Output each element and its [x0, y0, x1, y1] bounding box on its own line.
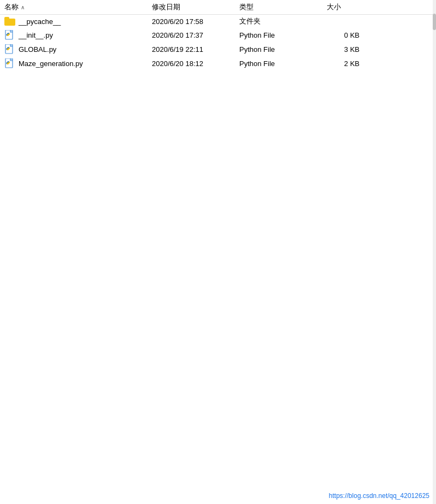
- svg-point-2: [9, 35, 9, 36]
- python-file-icon: [4, 44, 15, 55]
- file-explorer: 名称 ∧ 修改日期 类型 大小 __pycache__ 2020/6/20 17…: [0, 0, 436, 504]
- scrollbar-thumb[interactable]: [433, 14, 436, 30]
- python-file-icon: [4, 29, 15, 40]
- table-row[interactable]: __init__.py 2020/6/20 17:37 Python File …: [0, 28, 436, 42]
- svg-point-8: [9, 64, 9, 64]
- file-type: Python File: [239, 45, 327, 54]
- col-name-label: 名称: [4, 2, 19, 12]
- column-headers: 名称 ∧ 修改日期 类型 大小: [0, 0, 436, 15]
- file-type: Python File: [239, 31, 327, 39]
- file-size: 0 KB: [327, 31, 370, 39]
- file-date: 2020/6/20 18:12: [152, 60, 239, 68]
- col-name-header[interactable]: 名称 ∧: [4, 2, 152, 12]
- file-name-cell: __init__.py: [4, 29, 152, 40]
- file-name: __pycache__: [19, 17, 61, 26]
- file-size: 2 KB: [327, 60, 370, 68]
- file-type: 文件夹: [239, 16, 327, 26]
- svg-point-1: [8, 33, 8, 33]
- col-type-header[interactable]: 类型: [239, 2, 327, 12]
- file-type: Python File: [239, 60, 327, 68]
- file-name: GLOBAL.py: [19, 45, 56, 54]
- svg-point-7: [8, 61, 8, 62]
- file-name: __init__.py: [19, 31, 53, 39]
- sort-arrow-icon: ∧: [21, 4, 25, 10]
- file-date: 2020/6/20 17:37: [152, 31, 239, 39]
- file-name-cell: GLOBAL.py: [4, 44, 152, 55]
- scrollbar[interactable]: [433, 0, 436, 504]
- table-row[interactable]: GLOBAL.py 2020/6/19 22:11 Python File 3 …: [0, 42, 436, 56]
- file-name: Maze_generation.py: [19, 60, 83, 68]
- svg-point-4: [8, 47, 8, 48]
- svg-point-5: [9, 50, 9, 50]
- col-date-header[interactable]: 修改日期: [152, 2, 239, 12]
- col-size-header[interactable]: 大小: [327, 2, 370, 12]
- file-date: 2020/6/20 17:58: [152, 17, 239, 26]
- python-file-icon: [4, 58, 15, 69]
- file-size: 3 KB: [327, 45, 370, 54]
- footer-link[interactable]: https://blog.csdn.net/qq_42012625: [329, 492, 429, 500]
- file-list: __pycache__ 2020/6/20 17:58 文件夹: [0, 15, 436, 70]
- folder-icon: [4, 17, 15, 26]
- table-row[interactable]: __pycache__ 2020/6/20 17:58 文件夹: [0, 15, 436, 28]
- table-row[interactable]: Maze_generation.py 2020/6/20 18:12 Pytho…: [0, 56, 436, 70]
- file-date: 2020/6/19 22:11: [152, 45, 239, 54]
- file-name-cell: Maze_generation.py: [4, 58, 152, 69]
- file-name-cell: __pycache__: [4, 17, 152, 26]
